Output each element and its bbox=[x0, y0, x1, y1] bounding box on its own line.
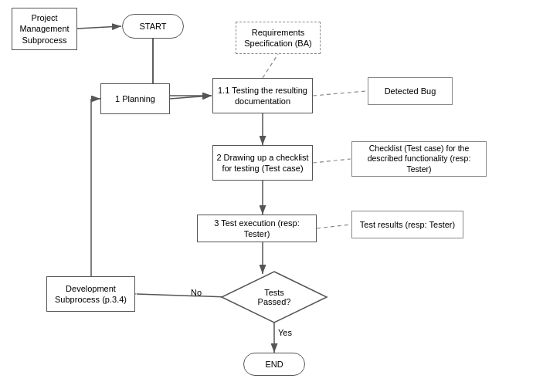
detected-bug-note: Detected Bug bbox=[368, 77, 453, 105]
requirements-box: Requirements Specification (BA) bbox=[236, 22, 321, 54]
planning-box: 1 Planning bbox=[100, 83, 170, 114]
tests-passed-diamond: Tests Passed? bbox=[220, 270, 328, 324]
yes-label: Yes bbox=[278, 328, 292, 337]
project-management-box: Project Management Subprocess bbox=[12, 8, 77, 50]
development-box: Development Subprocess (p.3.4) bbox=[46, 276, 135, 312]
checklist-process-box: 2 Drawing up a checklist for testing (Te… bbox=[212, 145, 313, 181]
svg-line-15 bbox=[317, 225, 351, 228]
svg-line-13 bbox=[313, 91, 367, 96]
svg-line-16 bbox=[263, 54, 278, 78]
test-results-note: Test results (resp: Tester) bbox=[351, 211, 463, 238]
svg-line-10 bbox=[137, 294, 228, 297]
end-shape: END bbox=[243, 353, 305, 376]
testing-doc-box: 1.1 Testing the resulting documentation bbox=[212, 78, 313, 113]
no-label: No bbox=[191, 288, 202, 297]
test-execution-box: 3 Test execution (resp: Tester) bbox=[197, 215, 317, 242]
svg-line-2 bbox=[77, 26, 121, 29]
svg-line-14 bbox=[313, 159, 351, 163]
checklist-note: Checklist (Test case) for the described … bbox=[351, 141, 487, 177]
svg-marker-18 bbox=[222, 272, 327, 323]
flowchart-diagram: Project Management Subprocess START Requ… bbox=[0, 0, 560, 392]
svg-line-5 bbox=[170, 96, 212, 99]
start-shape: START bbox=[122, 14, 184, 39]
